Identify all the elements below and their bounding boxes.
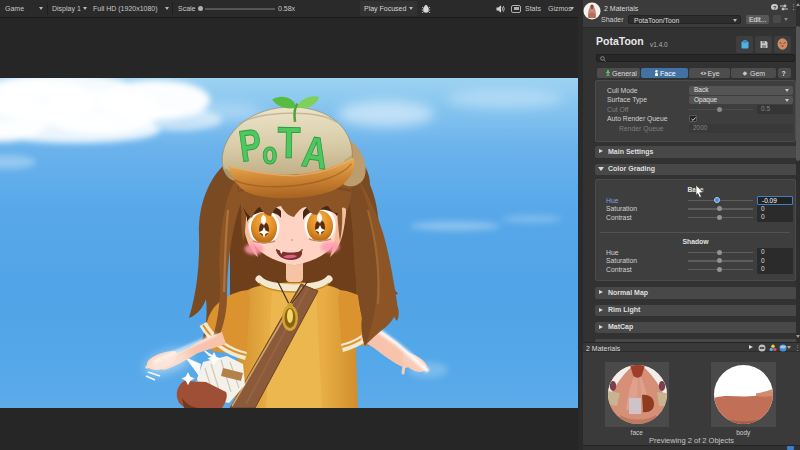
svg-text:o: o (262, 136, 278, 171)
svg-text:T: T (277, 118, 301, 168)
